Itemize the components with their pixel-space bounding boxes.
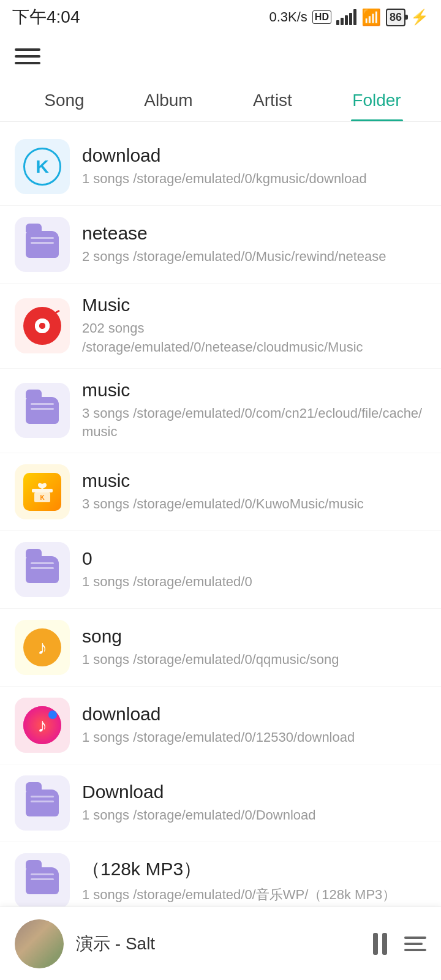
folder-meta: 3 songs /storage/emulated/0/KuwoMusic/mu… xyxy=(82,495,426,514)
folder-name: Download xyxy=(82,782,426,802)
player-avatar[interactable] xyxy=(15,919,64,968)
tab-bar: Song Album Artist Folder xyxy=(0,75,441,122)
folder-name: music xyxy=(82,470,426,491)
folder-list: K download 1 songs /storage/emulated/0/k… xyxy=(0,128,441,980)
folder-meta: 1 songs /storage/emulated/0/Download xyxy=(82,806,426,825)
list-item[interactable]: K music 3 songs /storage/emulated/0/Kuwo… xyxy=(0,453,441,531)
folder-meta: 1 songs /storage/emulated/0 xyxy=(82,573,426,592)
folder-name: song xyxy=(82,626,426,647)
folder-meta: 1 songs /storage/emulated/0/12530/downlo… xyxy=(82,728,426,747)
folder-icon-musicapp: ♪ xyxy=(15,698,70,753)
folder-meta: 1 songs /storage/emulated/0/kgmusic/down… xyxy=(82,170,426,189)
folder-meta: 2 songs /storage/emulated/0/Music/rewind… xyxy=(82,247,426,266)
folder-name: Music xyxy=(82,295,426,315)
folder-name: download xyxy=(82,145,426,166)
status-bar: 下午4:04 0.3K/s HD 📶 86 ⚡ xyxy=(0,0,441,32)
tab-album[interactable]: Album xyxy=(116,81,221,121)
folder-icon-netease-folder xyxy=(15,217,70,272)
list-item[interactable]: ♪ song 1 songs /storage/emulated/0/qqmus… xyxy=(0,609,441,687)
hd-badge: HD xyxy=(312,10,331,24)
wifi-icon: 📶 xyxy=(361,8,381,27)
folder-meta: 1 songs /storage/emulated/0/qqmusic/song xyxy=(82,650,426,669)
playlist-button[interactable] xyxy=(404,937,426,951)
list-item[interactable]: music 3 songs /storage/emulated/0/com/cn… xyxy=(0,369,441,454)
folder-icon-ecloud xyxy=(15,383,70,438)
folder-name: （128k MP3） xyxy=(82,857,426,882)
battery-indicator: 86 xyxy=(386,9,405,26)
folder-icon-kuwo: K xyxy=(15,464,70,519)
bottom-player: 演示 - Salt xyxy=(0,907,441,980)
list-item[interactable]: 0 1 songs /storage/emulated/0 xyxy=(0,531,441,609)
folder-name: music xyxy=(82,380,426,401)
player-controls xyxy=(373,933,426,955)
folder-name: 0 xyxy=(82,548,426,569)
tab-artist[interactable]: Artist xyxy=(221,81,325,121)
svg-text:K: K xyxy=(40,494,45,501)
folder-icon-128k xyxy=(15,853,70,908)
folder-icon-download xyxy=(15,775,70,831)
folder-icon-qqmusic: ♪ xyxy=(15,620,70,675)
list-item[interactable]: ♪ download 1 songs /storage/emulated/0/1… xyxy=(0,687,441,764)
network-speed: 0.3K/s xyxy=(269,9,307,25)
pause-button[interactable] xyxy=(373,933,387,955)
list-item[interactable]: K download 1 songs /storage/emulated/0/k… xyxy=(0,128,441,206)
folder-icon-root xyxy=(15,542,70,597)
tab-folder[interactable]: Folder xyxy=(325,81,429,121)
folder-meta: 202 songs /storage/emulated/0/netease/cl… xyxy=(82,319,426,357)
player-title[interactable]: 演示 - Salt xyxy=(76,932,373,956)
svg-rect-0 xyxy=(32,489,53,492)
status-right: 0.3K/s HD 📶 86 ⚡ xyxy=(269,8,429,27)
folder-icon-kg: K xyxy=(15,139,70,194)
kuwo-svg-icon: K xyxy=(29,479,55,505)
charging-icon: ⚡ xyxy=(410,9,429,26)
musicapp-svg: ♪ xyxy=(23,706,61,744)
list-item[interactable]: Download 1 songs /storage/emulated/0/Dow… xyxy=(0,764,441,842)
svg-text:♪: ♪ xyxy=(37,714,47,736)
tab-song[interactable]: Song xyxy=(12,81,116,121)
folder-meta: 3 songs /storage/emulated/0/com/cn21/ecl… xyxy=(82,404,426,442)
signal-icon xyxy=(336,9,356,25)
folder-name: download xyxy=(82,704,426,725)
folder-icon-netease-music xyxy=(15,298,70,353)
folder-name: netease xyxy=(82,223,426,244)
status-time: 下午4:04 xyxy=(12,6,80,29)
svg-point-5 xyxy=(48,710,57,719)
list-item[interactable]: netease 2 songs /storage/emulated/0/Musi… xyxy=(0,206,441,284)
list-item[interactable]: Music 202 songs /storage/emulated/0/nete… xyxy=(0,284,441,369)
folder-meta: 1 songs /storage/emulated/0/音乐WP/（128k M… xyxy=(82,886,426,905)
menu-button[interactable] xyxy=(0,32,441,75)
